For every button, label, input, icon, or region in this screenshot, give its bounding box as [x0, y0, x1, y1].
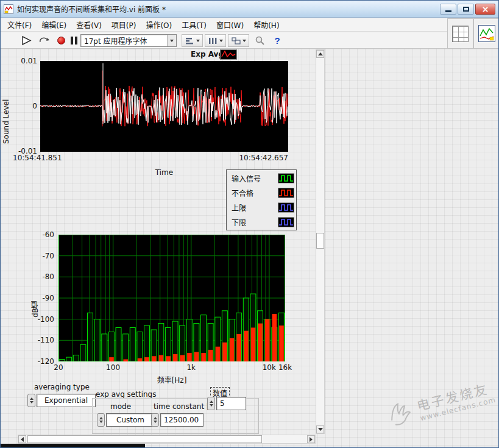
menu-item[interactable]: 项目(P) — [107, 18, 141, 32]
maximize-button[interactable] — [458, 4, 474, 15]
left-arrow-icon — [21, 437, 24, 442]
align-objects-dropdown[interactable] — [182, 34, 203, 47]
search-icon — [255, 35, 265, 46]
spectrum-x-tick: 1k — [186, 363, 196, 372]
waveform-legend-label: Exp Avg — [191, 50, 224, 59]
scroll-right-button[interactable] — [307, 435, 315, 443]
distribute-objects-dropdown[interactable] — [205, 34, 226, 47]
menu-item[interactable]: 窗口(W) — [211, 18, 249, 32]
align-objects-icon — [185, 37, 194, 44]
decrement-arrow-icon[interactable] — [210, 404, 213, 407]
decrement-arrow-icon[interactable] — [154, 421, 157, 423]
pause-icon — [71, 37, 77, 44]
menu-item[interactable]: 帮助(H) — [249, 18, 284, 32]
increment-arrow-icon[interactable] — [30, 397, 34, 400]
legend-item-label: 上限 — [232, 202, 246, 213]
menu-item[interactable]: 查看(V) — [71, 18, 107, 32]
spectrum-y-tick: -110 — [38, 336, 54, 344]
mode-spinner[interactable] — [97, 413, 105, 427]
run-button[interactable] — [19, 34, 34, 47]
exp-avg-settings-label: exp avg settings — [96, 390, 156, 399]
help-button[interactable]: ? — [271, 34, 284, 47]
waveform-x-end-label: 10:54:42.657 — [230, 154, 288, 162]
averaging-type-label: averaging type — [34, 383, 90, 391]
top-right-buttons — [447, 18, 499, 49]
mode-value: Custom — [116, 416, 144, 424]
averaging-type-ring[interactable]: Exponential — [37, 394, 96, 407]
spectrum-chart-plot[interactable] — [58, 235, 285, 361]
resize-objects-dropdown[interactable] — [228, 34, 249, 47]
exp-avg-legend-icon[interactable] — [220, 49, 237, 60]
averaging-type-value: Exponential — [44, 396, 88, 405]
spectrum-x-tick: 16k — [278, 363, 292, 372]
chevron-down-icon — [196, 40, 200, 42]
horizontal-scrollbar-thumb[interactable] — [27, 435, 262, 443]
spectrum-x-tick: 10k — [263, 363, 276, 372]
minimize-button[interactable] — [440, 4, 456, 15]
vertical-scrollbar-thumb[interactable] — [316, 233, 324, 249]
legend-plot-style-icon — [278, 188, 294, 198]
window-controls: × — [439, 4, 495, 15]
spectrum-y-tick: -100 — [38, 315, 54, 324]
waveform-x-start-label: 10:54:41.851 — [13, 154, 62, 162]
scroll-left-button[interactable] — [18, 435, 26, 443]
spectrum-y-tick: -60 — [42, 230, 54, 239]
chevron-down-icon — [242, 40, 246, 42]
menu-item[interactable]: 操作(O) — [141, 18, 177, 32]
numeric-input[interactable]: 5 — [216, 397, 246, 410]
right-arrow-icon — [310, 437, 313, 442]
chevron-down-icon — [219, 40, 223, 42]
menu-item[interactable]: 编辑(E) — [37, 18, 71, 32]
waveform-chart-plot[interactable] — [40, 61, 288, 152]
time-constant-input[interactable]: 12500.00 — [160, 413, 203, 427]
numeric-spinner[interactable] — [207, 397, 215, 410]
spectrum-x-tick: 20 — [54, 363, 63, 372]
font-selector-value: 17pt 应用程序字体 — [81, 35, 167, 46]
time-constant-label: time constant [ — [154, 402, 210, 411]
legend-item[interactable]: 不合格 — [227, 185, 296, 200]
legend-item[interactable]: 输入信号 — [227, 171, 296, 185]
close-button[interactable]: × — [475, 4, 495, 15]
vi-icon-button[interactable] — [473, 18, 499, 49]
menu-item[interactable]: 文件(F) — [2, 18, 37, 32]
legend-plot-style-icon — [278, 217, 294, 227]
alignment-grid-button[interactable] — [447, 18, 473, 49]
run-continuous-button[interactable] — [36, 34, 52, 47]
waveform-y-axis-label: Sound Level — [2, 72, 10, 144]
labview-vi-icon — [4, 4, 13, 14]
pause-button[interactable] — [68, 34, 80, 47]
window-title: 如何实现声音的不间断采集和平均.vi 前面板 * — [17, 4, 439, 14]
time-constant-spinner[interactable] — [151, 413, 159, 427]
font-selector[interactable]: 17pt 应用程序字体 — [80, 34, 177, 47]
abort-button[interactable] — [54, 34, 68, 47]
spectrum-y-tick: -70 — [42, 252, 54, 260]
menu-item[interactable]: 工具(T) — [177, 18, 211, 32]
legend-item[interactable]: 下限 — [227, 215, 296, 229]
maximize-icon — [463, 7, 469, 12]
scroll-down-button[interactable] — [316, 425, 324, 433]
increment-arrow-icon[interactable] — [154, 417, 157, 419]
labview-front-panel-window: 如何实现声音的不间断采集和平均.vi 前面板 * × 文件(F)编辑(E)查看(… — [0, 0, 499, 448]
legend-item[interactable]: 上限 — [227, 200, 296, 215]
decrement-arrow-icon[interactable] — [99, 421, 103, 423]
scroll-up-button[interactable] — [316, 50, 324, 58]
spectrum-y-tick: -90 — [42, 294, 54, 302]
horizontal-scrollbar[interactable] — [18, 435, 316, 444]
watermark: 电子发烧友 www.elecfans.com — [383, 377, 497, 432]
increment-arrow-icon[interactable] — [210, 400, 213, 403]
spectrum-y-tick: -120 — [38, 357, 54, 366]
mode-ring[interactable]: Custom — [106, 413, 155, 427]
spectrum-x-ticks: 201001k10k16k — [58, 363, 290, 372]
resize-objects-icon — [232, 37, 241, 44]
toolbar: 17pt 应用程序字体 ? — [1, 32, 447, 49]
taskbar-edge — [1, 444, 145, 448]
vertical-scrollbar[interactable] — [316, 49, 325, 434]
down-arrow-icon — [318, 428, 323, 431]
spectrum-y-ticks: -60-70-80-90-100-110-120 — [34, 235, 55, 361]
search-button[interactable] — [252, 34, 267, 47]
decrement-arrow-icon[interactable] — [30, 401, 34, 404]
waveform-y-tick: 0.01 — [15, 57, 37, 65]
titlebar[interactable]: 如何实现声音的不间断采集和平均.vi 前面板 * × — [1, 1, 498, 18]
increment-arrow-icon[interactable] — [99, 417, 103, 419]
averaging-type-spinner[interactable] — [27, 394, 35, 407]
